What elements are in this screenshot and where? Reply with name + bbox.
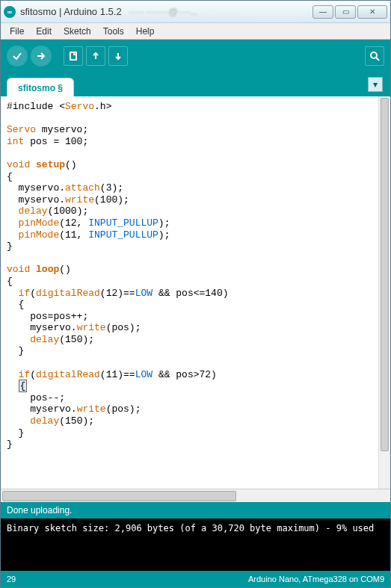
maximize-button[interactable]: ▭ [335, 5, 356, 19]
save-button[interactable] [108, 46, 128, 66]
open-button[interactable] [86, 46, 105, 66]
console-output[interactable]: Binary sketch size: 2,906 bytes (of a 30… [1, 519, 390, 571]
menu-tools[interactable]: Tools [99, 25, 129, 38]
upload-button[interactable] [31, 46, 52, 66]
arrow-down-icon [113, 51, 123, 61]
arrow-right-icon [35, 50, 47, 62]
vertical-scrollbar[interactable] [378, 96, 390, 489]
minimize-button[interactable]: — [313, 5, 333, 19]
serial-monitor-button[interactable] [365, 46, 384, 66]
console-line: Binary sketch size: 2,906 bytes (of a 30… [7, 523, 384, 533]
toolbar [1, 40, 390, 72]
tab-sfitosmo[interactable]: sfitosmo § [7, 78, 74, 96]
line-number-indicator: 29 [7, 575, 16, 584]
window-controls: — ▭ ✕ [313, 5, 387, 19]
menu-sketch[interactable]: Sketch [59, 25, 96, 38]
menu-file[interactable]: File [5, 25, 28, 38]
code-content[interactable]: #include <Servo.h> Servo myservo; int po… [7, 101, 384, 451]
tabs-dropdown-button[interactable]: ▾ [368, 77, 383, 92]
matched-brace: { [19, 380, 28, 392]
arrow-up-icon [90, 51, 101, 61]
menu-edit[interactable]: Edit [31, 25, 56, 38]
horizontal-scrollbar[interactable] [1, 489, 390, 502]
status-upload-bar: Done uploading. [1, 502, 390, 519]
vertical-scrollbar-thumb[interactable] [381, 98, 389, 451]
serial-monitor-icon [369, 51, 380, 61]
menu-help[interactable]: Help [132, 25, 159, 38]
title-blurred-extra: ······ ·········@·····... [129, 7, 197, 17]
check-icon [11, 50, 23, 62]
code-editor[interactable]: #include <Servo.h> Servo myservo; int po… [1, 96, 390, 489]
svg-line-2 [376, 58, 379, 61]
svg-point-1 [371, 52, 377, 58]
close-button[interactable]: ✕ [357, 5, 387, 19]
tabstrip: sfitosmo § ▾ [1, 72, 390, 96]
verify-button[interactable] [7, 46, 28, 66]
board-port-indicator: Arduino Nano, ATmega328 on COM9 [248, 575, 384, 584]
title-text: sfitosmo | Arduino 1.5.2 [20, 6, 122, 17]
statusbar: 29 Arduino Nano, ATmega328 on COM9 [1, 571, 390, 587]
titlebar[interactable]: ∞ sfitosmo | Arduino 1.5.2 ······ ······… [1, 1, 390, 23]
menubar: File Edit Sketch Tools Help [1, 23, 390, 40]
arduino-logo-icon: ∞ [4, 6, 16, 18]
app-window: ∞ sfitosmo | Arduino 1.5.2 ······ ······… [0, 0, 391, 588]
file-new-icon [68, 51, 78, 61]
window-title: sfitosmo | Arduino 1.5.2 ······ ········… [20, 6, 313, 17]
horizontal-scrollbar-thumb[interactable] [2, 491, 236, 501]
new-button[interactable] [64, 46, 83, 66]
